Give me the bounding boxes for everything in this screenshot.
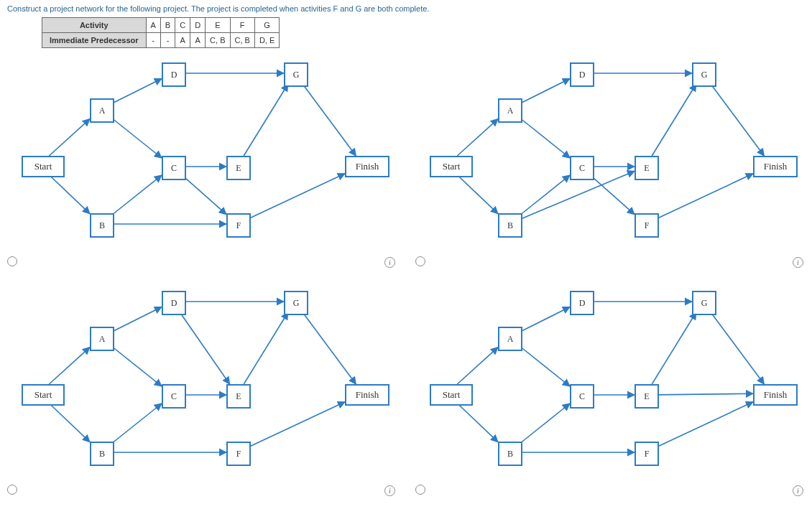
- row-header-activity: Activity: [42, 18, 147, 33]
- node-g: G: [284, 62, 308, 87]
- pred-D: A: [190, 33, 206, 48]
- row-header-predecessor: Immediate Predecessor: [42, 33, 147, 48]
- edge-B-C: [111, 404, 162, 444]
- edge-A-D: [520, 307, 570, 332]
- node-finish: Finish: [345, 156, 389, 177]
- col-G: G: [254, 18, 279, 33]
- network-diagram: StartABDCEFGFinish: [430, 55, 803, 271]
- edge-A-C: [520, 346, 570, 386]
- predecessor-table: Activity A B C D E F G Immediate Predece…: [42, 17, 280, 48]
- edge-F-Finish: [248, 402, 345, 447]
- col-B: B: [160, 18, 175, 33]
- node-e: E: [635, 156, 659, 180]
- node-b: B: [90, 442, 114, 466]
- pred-B: -: [160, 33, 175, 48]
- node-c: C: [162, 384, 186, 409]
- edge-A-C: [111, 118, 162, 158]
- edge-G-Finish: [303, 312, 356, 384]
- edge-B-C: [111, 175, 162, 215]
- node-f: F: [226, 442, 251, 466]
- edge-G-Finish: [711, 312, 764, 384]
- pred-F: C, B: [230, 33, 254, 48]
- edge-G-Finish: [303, 84, 356, 156]
- node-a: A: [498, 98, 522, 123]
- node-e: E: [226, 156, 251, 180]
- edge-Start-B: [49, 403, 90, 442]
- col-F: F: [230, 18, 254, 33]
- node-start: Start: [22, 384, 65, 406]
- edge-A-C: [111, 346, 162, 386]
- node-finish: Finish: [753, 384, 798, 406]
- node-b: B: [498, 442, 522, 466]
- node-c: C: [570, 156, 594, 180]
- node-d: D: [162, 62, 186, 87]
- edge-F-Finish: [656, 402, 753, 447]
- pred-G: D, E: [254, 33, 279, 48]
- edge-Start-A: [49, 119, 90, 156]
- answer-radio[interactable]: [7, 485, 17, 495]
- node-finish: Finish: [345, 384, 389, 406]
- edge-Start-B: [457, 174, 498, 214]
- node-e: E: [635, 384, 659, 409]
- edge-A-D: [111, 79, 162, 104]
- node-a: A: [90, 98, 114, 123]
- edge-D-E: [180, 312, 229, 384]
- node-f: F: [226, 213, 251, 238]
- node-f: F: [635, 213, 659, 238]
- node-d: D: [162, 291, 186, 315]
- node-e: E: [226, 384, 251, 409]
- answer-radio[interactable]: [415, 485, 425, 495]
- network-diagram: StartABDCEFGFinish: [22, 284, 395, 499]
- node-b: B: [498, 213, 522, 238]
- node-a: A: [498, 327, 522, 351]
- edge-C-F: [183, 176, 226, 214]
- node-g: G: [692, 291, 716, 315]
- edge-E-G: [244, 312, 288, 384]
- edge-E-G: [652, 312, 696, 384]
- node-a: A: [90, 327, 114, 351]
- edge-Start-A: [457, 348, 498, 384]
- node-g: G: [284, 291, 308, 315]
- node-start: Start: [430, 384, 473, 406]
- edge-Start-A: [457, 119, 498, 156]
- network-diagram: StartABDCEFGFinish: [22, 55, 395, 271]
- col-E: E: [206, 18, 230, 33]
- col-D: D: [190, 18, 206, 33]
- node-start: Start: [22, 156, 65, 177]
- node-b: B: [90, 213, 114, 238]
- edge-A-D: [520, 79, 570, 104]
- answer-radio[interactable]: [415, 256, 425, 266]
- edge-G-Finish: [711, 84, 764, 156]
- edge-B-C: [520, 404, 570, 444]
- edge-Start-B: [49, 174, 90, 214]
- node-start: Start: [430, 156, 473, 177]
- edge-A-D: [111, 307, 162, 332]
- pred-A: -: [146, 33, 160, 48]
- edge-F-Finish: [248, 174, 345, 219]
- edge-C-F: [591, 176, 635, 214]
- edge-Start-B: [457, 403, 498, 442]
- col-C: C: [175, 18, 190, 33]
- pred-C: A: [175, 33, 190, 48]
- edge-E-G: [244, 84, 288, 156]
- node-d: D: [570, 62, 594, 87]
- col-A: A: [146, 18, 160, 33]
- node-c: C: [570, 384, 594, 409]
- network-diagram: StartABDCEFGFinish: [430, 284, 803, 499]
- answer-radio[interactable]: [7, 256, 17, 266]
- edge-E-G: [652, 84, 696, 156]
- node-g: G: [692, 62, 716, 87]
- question-text: Construct a project network for the foll…: [7, 4, 805, 13]
- edge-A-C: [520, 118, 570, 158]
- pred-E: C, B: [206, 33, 230, 48]
- node-d: D: [570, 291, 594, 315]
- node-c: C: [162, 156, 186, 180]
- node-f: F: [635, 442, 659, 466]
- edge-F-Finish: [656, 174, 753, 219]
- node-finish: Finish: [753, 156, 798, 177]
- edge-E-Finish: [656, 393, 753, 395]
- edge-Start-A: [49, 348, 90, 384]
